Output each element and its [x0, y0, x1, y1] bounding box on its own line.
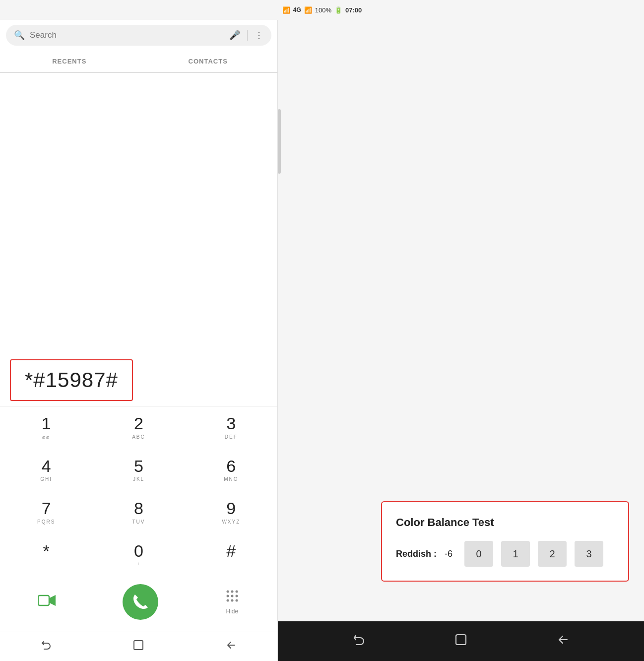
svg-marker-1 [50, 595, 56, 606]
svg-point-8 [226, 599, 229, 602]
color-balance-popup: Color Balance Test Reddish : -6 0 1 2 3 [381, 501, 629, 582]
popup-title: Color Balance Test [396, 516, 614, 529]
phone-nav-bar [0, 632, 277, 661]
search-icon: 🔍 [14, 30, 25, 41]
dialed-number[interactable]: *#15987# [10, 359, 133, 401]
scrollbar [278, 109, 281, 174]
key-7[interactable]: 7 PQRS [0, 491, 92, 533]
video-call-button[interactable] [38, 594, 56, 610]
svg-point-7 [235, 595, 238, 597]
reddish-btn-3[interactable]: 3 [575, 541, 603, 567]
call-button[interactable] [123, 584, 158, 620]
dialed-area: *#15987# [0, 73, 277, 406]
reddish-btn-2[interactable]: 2 [538, 541, 567, 567]
signal-bars: 📶 [304, 6, 312, 14]
search-bar[interactable]: 🔍 🎤 ⋮ [6, 25, 271, 46]
nav-back-icon[interactable] [40, 639, 52, 654]
svg-point-9 [231, 599, 233, 602]
svg-rect-11 [134, 641, 143, 650]
svg-point-4 [235, 591, 238, 593]
svg-point-2 [226, 591, 229, 593]
key-4[interactable]: 4 GHI [0, 449, 92, 491]
key-2[interactable]: 2 ABC [92, 406, 185, 449]
key-8[interactable]: 8 TUV [92, 491, 185, 533]
key-1[interactable]: 1 ⌀⌀ [0, 406, 92, 449]
right-panel: Color Balance Test Reddish : -6 0 1 2 3 [278, 20, 644, 661]
key-9[interactable]: 9 WXYZ [185, 491, 277, 533]
nav-arrow-icon[interactable] [225, 639, 237, 654]
reddish-value: -6 [445, 549, 452, 559]
right-nav-back-icon[interactable] [352, 633, 366, 650]
tab-contacts[interactable]: CONTACTS [139, 51, 278, 72]
reddish-btn-1[interactable]: 1 [501, 541, 530, 567]
search-divider [247, 30, 248, 41]
svg-point-10 [235, 599, 238, 602]
key-0[interactable]: 0 + [92, 534, 185, 576]
main-container: 🔍 🎤 ⋮ RECENTS CONTACTS *#15987# 1 ⌀⌀ 2 A… [0, 20, 644, 661]
action-row: Hide [0, 576, 277, 632]
more-options-icon[interactable]: ⋮ [255, 30, 263, 41]
right-nav-arrow-icon[interactable] [556, 633, 570, 650]
battery-text: 100% [315, 6, 331, 14]
key-6[interactable]: 6 MNO [185, 449, 277, 491]
dialpad-icon [225, 589, 239, 606]
key-3[interactable]: 3 DEF [185, 406, 277, 449]
search-input[interactable] [30, 30, 224, 40]
signal-4g: 4G [293, 6, 301, 13]
right-nav-home-icon[interactable] [454, 633, 468, 650]
phone-panel: 🔍 🎤 ⋮ RECENTS CONTACTS *#15987# 1 ⌀⌀ 2 A… [0, 20, 278, 661]
wifi-icon: 📶 [282, 6, 290, 14]
svg-point-5 [226, 595, 229, 597]
reddish-label: Reddish : [396, 549, 437, 559]
nav-home-icon[interactable] [132, 639, 144, 654]
keypad: 1 ⌀⌀ 2 ABC 3 DEF 4 GHI 5 JKL 6 MNO [0, 406, 277, 576]
right-nav-bar [278, 621, 644, 661]
key-5[interactable]: 5 JKL [92, 449, 185, 491]
key-hash[interactable]: # [185, 534, 277, 576]
clock: 07:00 [345, 6, 362, 14]
hide-dialpad-button[interactable]: Hide [225, 589, 239, 615]
svg-point-6 [231, 595, 233, 597]
video-icon [38, 594, 56, 610]
popup-reddish-row: Reddish : -6 0 1 2 3 [396, 541, 614, 567]
battery-icon: 🔋 [334, 6, 342, 14]
mic-icon[interactable]: 🎤 [229, 30, 240, 41]
tabs: RECENTS CONTACTS [0, 51, 277, 73]
svg-point-3 [231, 591, 233, 593]
hide-label: Hide [226, 608, 238, 615]
status-bar: 📶 4G 📶 100% 🔋 07:00 [0, 0, 644, 20]
svg-rect-12 [456, 635, 466, 645]
key-star[interactable]: * [0, 534, 92, 576]
svg-rect-0 [38, 595, 49, 605]
tab-recents[interactable]: RECENTS [0, 51, 139, 72]
reddish-btn-0[interactable]: 0 [464, 541, 493, 567]
